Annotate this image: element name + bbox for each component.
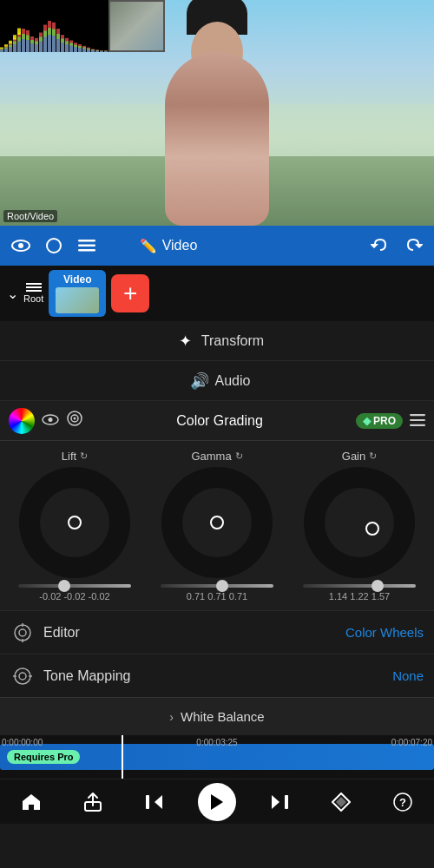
pro-badge: ◆ PRO — [356, 413, 403, 429]
diamond-icon: ◆ — [363, 415, 371, 427]
wb-expand-icon: › — [169, 710, 174, 724]
timeline-playhead — [122, 735, 123, 779]
add-button[interactable]: + — [111, 274, 149, 312]
gamma-label: Gamma — [191, 450, 231, 463]
editor-row[interactable]: Editor Color Wheels — [0, 610, 434, 654]
svg-point-25 — [19, 629, 26, 636]
timeline-strip: ⌄ Root Video + — [0, 266, 434, 321]
bottom-toolbar: ? — [0, 779, 434, 824]
time-mid: 0:00:03:25 — [196, 738, 237, 747]
undo-button[interactable] — [366, 232, 394, 260]
time-start: 0:00:00:00 — [2, 738, 43, 747]
gain-refresh-icon[interactable]: ↻ — [369, 450, 377, 462]
video-chip[interactable]: Video — [49, 270, 106, 317]
cg-menu-icon[interactable] — [410, 411, 425, 431]
prev-frame-button[interactable] — [136, 784, 173, 820]
gamma-header: Gamma ↻ — [191, 450, 242, 463]
person-body — [165, 52, 269, 226]
gain-label: Gain — [342, 450, 365, 463]
toolbar-title: ✏️ Video — [106, 238, 231, 254]
svg-text:?: ? — [399, 796, 406, 809]
svg-point-1 — [18, 243, 23, 248]
transform-icon: ✦ — [170, 332, 201, 351]
toolbar-title-text: Video — [162, 238, 198, 253]
lift-header: Lift ↻ — [62, 450, 88, 463]
eye-icon[interactable] — [7, 232, 35, 260]
svg-point-2 — [47, 239, 61, 253]
gamma-wheel[interactable] — [161, 466, 273, 579]
svg-point-29 — [19, 673, 26, 680]
hamburger-icon[interactable] — [73, 232, 101, 260]
color-wheels-area: Lift ↻ — [0, 441, 434, 610]
lift-slider[interactable] — [18, 584, 131, 588]
svg-marker-35 — [211, 794, 223, 810]
top-toolbar: ✏️ Video — [0, 226, 434, 266]
lift-values: -0.02 -0.02 -0.02 — [39, 591, 109, 602]
redo-button[interactable] — [399, 232, 427, 260]
tone-mapping-icon — [10, 664, 35, 688]
lift-wheel-col: Lift ↻ — [10, 450, 139, 602]
lift-label: Lift — [62, 450, 76, 463]
lift-wheel-svg — [18, 466, 131, 579]
gamma-wheel-svg — [161, 466, 273, 579]
time-end: 0:00:07:20 — [391, 738, 432, 747]
svg-rect-5 — [78, 249, 95, 252]
svg-rect-11 — [410, 414, 425, 416]
timeline-scrubber[interactable]: Requires Pro 0:00:00:00 0:00:03:25 0:00:… — [0, 735, 434, 779]
circle-icon[interactable] — [40, 232, 68, 260]
color-wheel-icon — [9, 408, 35, 434]
root-button[interactable]: Root — [23, 283, 43, 304]
audio-icon: 🔊 — [184, 372, 215, 391]
svg-rect-37 — [285, 795, 288, 809]
audio-row[interactable]: 🔊 Audio — [0, 361, 434, 401]
pro-label: PRO — [373, 415, 396, 427]
gain-header: Gain ↻ — [342, 450, 377, 463]
home-button[interactable] — [13, 784, 49, 820]
svg-rect-34 — [146, 795, 149, 809]
svg-point-7 — [49, 418, 53, 422]
gain-slider[interactable] — [303, 584, 416, 588]
white-balance-row[interactable]: › White Balance — [0, 697, 434, 735]
tone-mapping-value: None — [392, 668, 424, 683]
cg-target-icon[interactable] — [66, 410, 83, 431]
gain-wheel[interactable] — [303, 466, 416, 579]
video-preview: Root/Video — [0, 0, 434, 226]
svg-marker-33 — [155, 795, 162, 809]
gamma-slider[interactable] — [161, 584, 273, 588]
cg-eye-icon[interactable] — [42, 411, 59, 430]
audio-label: Audio — [215, 373, 251, 389]
gain-wheel-svg — [303, 466, 416, 579]
editor-value: Color Wheels — [345, 625, 424, 640]
svg-marker-36 — [272, 795, 279, 809]
gain-wheel-col: Gain ↻ 1.14 1.22 1.57 — [295, 450, 424, 602]
color-grading-section: Color Grading ◆ PRO Lift ↻ — [0, 401, 434, 735]
play-button[interactable] — [198, 783, 236, 821]
svg-point-19 — [182, 488, 252, 557]
svg-point-22 — [325, 488, 394, 557]
list-icon — [26, 283, 42, 292]
video-label: Root/Video — [3, 210, 57, 222]
lift-refresh-icon[interactable]: ↻ — [80, 450, 88, 462]
gamma-values: 0.71 0.71 0.71 — [187, 591, 247, 602]
svg-rect-13 — [410, 424, 425, 426]
share-button[interactable] — [75, 784, 111, 820]
histogram — [0, 0, 108, 52]
svg-rect-3 — [78, 240, 95, 242]
svg-point-24 — [15, 625, 30, 641]
color-grading-header: Color Grading ◆ PRO — [0, 401, 434, 441]
editor-label: Editor — [43, 625, 337, 641]
gamma-refresh-icon[interactable]: ↻ — [235, 450, 243, 462]
diamond-button[interactable] — [323, 784, 359, 820]
next-frame-button[interactable] — [261, 784, 298, 820]
video-chip-thumb — [56, 287, 99, 313]
lift-wheel[interactable] — [18, 466, 131, 579]
timeline-video-block: Requires Pro — [0, 744, 434, 770]
editor-icon — [10, 621, 35, 645]
tone-mapping-row[interactable]: Tone Mapping None — [0, 654, 434, 697]
help-button[interactable]: ? — [385, 784, 421, 820]
tone-mapping-label: Tone Mapping — [43, 668, 384, 684]
collapse-chevron[interactable]: ⌄ — [7, 286, 18, 302]
svg-rect-4 — [78, 245, 95, 247]
transform-row[interactable]: ✦ Transform — [0, 321, 434, 361]
svg-marker-39 — [336, 797, 346, 807]
